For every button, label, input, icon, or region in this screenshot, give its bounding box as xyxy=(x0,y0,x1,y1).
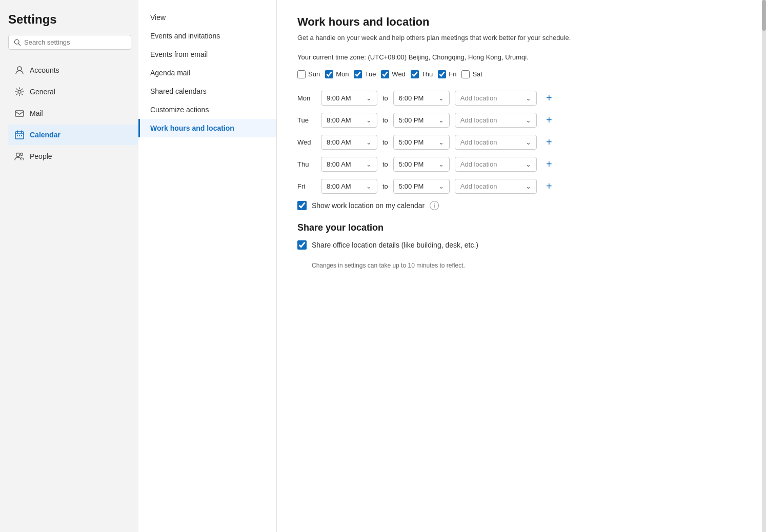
start-time-tue-value: 8:00 AM xyxy=(327,116,351,124)
location-select-fri[interactable]: Add location ⌄ xyxy=(455,179,537,194)
location-select-thu[interactable]: Add location ⌄ xyxy=(455,157,537,172)
sidebar-item-calendar[interactable]: Calendar xyxy=(8,125,138,145)
mid-nav-agenda-mail[interactable]: Agenda mail xyxy=(138,64,276,82)
end-time-wed[interactable]: 5:00 PM ⌄ xyxy=(393,135,450,150)
add-row-thu-button[interactable]: + xyxy=(542,157,556,171)
work-hour-row-tue: Tue 8:00 AM ⌄ to 5:00 PM ⌄ Add location … xyxy=(297,113,741,128)
day-label-wed: Wed xyxy=(297,138,316,146)
svg-point-2 xyxy=(17,67,22,71)
add-row-fri-button[interactable]: + xyxy=(542,179,556,193)
svg-line-1 xyxy=(18,44,21,46)
mid-nav-events-invitations[interactable]: Events and invitations xyxy=(138,27,276,45)
mid-nav-customize-actions[interactable]: Customize actions xyxy=(138,100,276,119)
label-tue: Tue xyxy=(365,70,376,78)
sidebar-item-general[interactable]: General xyxy=(8,81,138,102)
checkbox-fri[interactable] xyxy=(438,70,446,78)
location-wed-placeholder: Add location xyxy=(460,138,497,146)
checkbox-mon[interactable] xyxy=(325,70,333,78)
share-office-checkbox[interactable] xyxy=(297,240,307,250)
day-tue[interactable]: Tue xyxy=(354,70,376,78)
sidebar-item-accounts[interactable]: Accounts xyxy=(8,60,138,80)
svg-rect-7 xyxy=(19,135,20,136)
day-sun[interactable]: Sun xyxy=(297,70,320,78)
svg-point-10 xyxy=(21,153,23,156)
location-fri-placeholder: Add location xyxy=(460,182,497,190)
checkbox-tue[interactable] xyxy=(354,70,362,78)
svg-point-9 xyxy=(16,153,20,157)
work-hour-row-mon: Mon 9:00 AM ⌄ to 6:00 PM ⌄ Add location … xyxy=(297,91,741,106)
start-time-mon-value: 9:00 AM xyxy=(327,94,351,102)
work-hour-row-thu: Thu 8:00 AM ⌄ to 5:00 PM ⌄ Add location … xyxy=(297,157,741,172)
chevron-down-icon: ⌄ xyxy=(438,160,444,168)
label-sat: Sat xyxy=(472,70,482,78)
end-time-fri[interactable]: 5:00 PM ⌄ xyxy=(393,179,450,194)
checkbox-sun[interactable] xyxy=(297,70,306,78)
app-title: Settings xyxy=(8,12,138,27)
sidebar-item-mail[interactable]: Mail xyxy=(8,103,138,124)
chevron-down-icon: ⌄ xyxy=(438,182,444,190)
mid-nav-view[interactable]: View xyxy=(138,8,276,27)
chevron-down-icon: ⌄ xyxy=(366,138,372,146)
checkbox-thu[interactable] xyxy=(411,70,419,78)
checkbox-sat[interactable] xyxy=(461,70,470,78)
sidebar-left: Settings Accounts General Mail xyxy=(0,0,138,532)
start-time-wed-value: 8:00 AM xyxy=(327,138,351,146)
label-mon: Mon xyxy=(336,70,349,78)
start-time-wed[interactable]: 8:00 AM ⌄ xyxy=(321,135,377,150)
chevron-down-icon: ⌄ xyxy=(526,138,531,146)
chevron-down-icon: ⌄ xyxy=(366,116,372,124)
mid-nav-events-email[interactable]: Events from email xyxy=(138,45,276,64)
add-row-tue-button[interactable]: + xyxy=(542,113,556,127)
mid-nav-work-hours[interactable]: Work hours and location xyxy=(138,119,276,137)
search-input[interactable] xyxy=(24,38,126,46)
end-time-tue[interactable]: 5:00 PM ⌄ xyxy=(393,113,450,128)
show-work-location-checkbox[interactable] xyxy=(297,201,307,210)
chevron-down-icon: ⌄ xyxy=(366,160,372,168)
scroll-thumb[interactable] xyxy=(762,0,766,31)
info-icon[interactable]: i xyxy=(430,201,439,210)
start-time-tue[interactable]: 8:00 AM ⌄ xyxy=(321,113,377,128)
day-wed[interactable]: Wed xyxy=(381,70,406,78)
start-time-mon[interactable]: 9:00 AM ⌄ xyxy=(321,91,377,106)
sidebar-mid: View Events and invitations Events from … xyxy=(138,0,277,532)
show-work-location-label: Show work location on my calendar xyxy=(312,201,425,210)
sidebar-item-people[interactable]: People xyxy=(8,146,138,167)
people-icon xyxy=(14,151,25,161)
end-time-thu-value: 5:00 PM xyxy=(399,160,424,168)
label-sun: Sun xyxy=(308,70,320,78)
day-thu[interactable]: Thu xyxy=(411,70,433,78)
search-box[interactable] xyxy=(8,35,131,50)
day-sat[interactable]: Sat xyxy=(461,70,482,78)
day-fri[interactable]: Fri xyxy=(438,70,456,78)
share-office-note: Changes in settings can take up to 10 mi… xyxy=(312,262,741,269)
to-label-mon: to xyxy=(382,94,388,102)
add-row-wed-button[interactable]: + xyxy=(542,135,556,149)
to-label-wed: to xyxy=(382,138,388,146)
end-time-tue-value: 5:00 PM xyxy=(399,116,424,124)
end-time-mon[interactable]: 6:00 PM ⌄ xyxy=(393,91,450,106)
sidebar-mail-label: Mail xyxy=(30,109,43,117)
page-title: Work hours and location xyxy=(297,15,741,29)
chevron-down-icon: ⌄ xyxy=(438,94,444,102)
search-icon xyxy=(14,39,21,46)
location-select-mon[interactable]: Add location ⌄ xyxy=(455,91,537,106)
add-row-mon-button[interactable]: + xyxy=(542,91,556,105)
start-time-thu[interactable]: 8:00 AM ⌄ xyxy=(321,157,377,172)
mid-nav-shared-calendars[interactable]: Shared calendars xyxy=(138,82,276,100)
start-time-fri[interactable]: 8:00 AM ⌄ xyxy=(321,179,377,194)
end-time-wed-value: 5:00 PM xyxy=(399,138,424,146)
label-thu: Thu xyxy=(421,70,433,78)
day-mon[interactable]: Mon xyxy=(325,70,349,78)
share-office-label: Share office location details (like buil… xyxy=(312,241,478,249)
scrollbar[interactable] xyxy=(762,0,766,532)
label-fri: Fri xyxy=(449,70,456,78)
share-office-row: Share office location details (like buil… xyxy=(297,240,741,250)
end-time-thu[interactable]: 5:00 PM ⌄ xyxy=(393,157,450,172)
person-icon xyxy=(14,65,25,75)
day-label-mon: Mon xyxy=(297,94,316,102)
location-tue-placeholder: Add location xyxy=(460,116,497,124)
checkbox-wed[interactable] xyxy=(381,70,389,78)
location-select-tue[interactable]: Add location ⌄ xyxy=(455,113,537,128)
location-select-wed[interactable]: Add location ⌄ xyxy=(455,135,537,150)
chevron-down-icon: ⌄ xyxy=(526,182,531,190)
